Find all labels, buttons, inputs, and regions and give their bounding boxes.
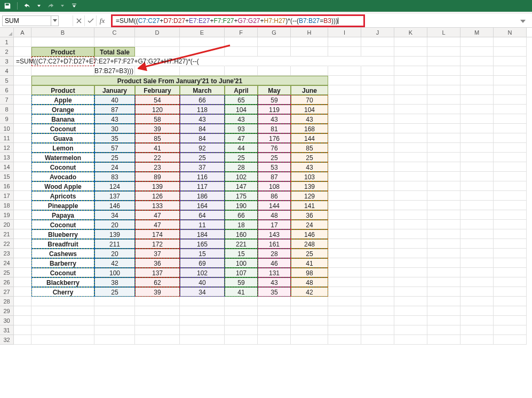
cell[interactable]: 81 bbox=[258, 124, 291, 133]
enter-formula-button[interactable] bbox=[84, 15, 96, 26]
cell[interactable] bbox=[460, 297, 494, 306]
cell[interactable] bbox=[494, 268, 527, 277]
cell[interactable] bbox=[135, 335, 180, 345]
cell[interactable]: 48 bbox=[291, 277, 328, 287]
cell[interactable]: 24 bbox=[291, 220, 328, 229]
cell[interactable]: 139 bbox=[291, 181, 328, 191]
cell[interactable] bbox=[427, 105, 460, 114]
col-header[interactable]: D bbox=[135, 28, 180, 37]
cell[interactable]: 25 bbox=[291, 249, 328, 258]
cell[interactable] bbox=[14, 76, 31, 85]
cell[interactable]: 146 bbox=[291, 229, 328, 239]
cell[interactable] bbox=[394, 316, 427, 325]
cell[interactable] bbox=[291, 325, 328, 335]
cell[interactable] bbox=[291, 47, 328, 57]
cell[interactable] bbox=[225, 66, 258, 76]
cell[interactable] bbox=[328, 66, 361, 76]
cell[interactable]: 25 bbox=[291, 153, 328, 162]
cell[interactable]: 57 bbox=[94, 143, 135, 153]
cell[interactable] bbox=[328, 297, 361, 306]
cell[interactable] bbox=[361, 57, 394, 66]
cell[interactable] bbox=[427, 95, 460, 105]
cell[interactable] bbox=[361, 105, 394, 114]
cell[interactable] bbox=[31, 335, 94, 345]
cell[interactable] bbox=[180, 37, 225, 47]
cell[interactable]: 108 bbox=[258, 181, 291, 191]
cell[interactable] bbox=[427, 249, 460, 258]
cell[interactable] bbox=[427, 268, 460, 277]
cell[interactable] bbox=[460, 76, 494, 85]
cell[interactable] bbox=[14, 335, 31, 345]
cell[interactable] bbox=[394, 162, 427, 172]
cell[interactable] bbox=[460, 210, 494, 220]
cell[interactable]: 87 bbox=[94, 105, 135, 114]
cell[interactable]: 43 bbox=[225, 114, 258, 124]
cell[interactable]: 54 bbox=[135, 95, 180, 105]
cell[interactable]: 62 bbox=[135, 277, 180, 287]
cell[interactable] bbox=[328, 268, 361, 277]
cell[interactable]: 102 bbox=[225, 172, 258, 181]
row-header[interactable]: 31 bbox=[0, 325, 14, 335]
cell[interactable] bbox=[460, 191, 494, 201]
cell[interactable]: Lemon bbox=[31, 143, 94, 153]
cell[interactable] bbox=[394, 124, 427, 133]
cell[interactable] bbox=[14, 210, 31, 220]
cell[interactable] bbox=[361, 181, 394, 191]
cell[interactable]: 58 bbox=[135, 114, 180, 124]
cell[interactable]: 25 bbox=[225, 153, 258, 162]
row-header[interactable]: 2 bbox=[0, 47, 14, 57]
row-header[interactable]: 32 bbox=[0, 335, 14, 345]
cell[interactable] bbox=[14, 124, 31, 133]
cell[interactable] bbox=[31, 66, 94, 76]
row-header[interactable]: 18 bbox=[0, 201, 14, 210]
cell[interactable]: 47 bbox=[135, 220, 180, 229]
cell[interactable] bbox=[460, 47, 494, 57]
cell[interactable] bbox=[460, 37, 494, 47]
cell[interactable]: 48 bbox=[258, 210, 291, 220]
cell[interactable] bbox=[460, 306, 494, 316]
cell[interactable] bbox=[31, 325, 94, 335]
cell[interactable]: 41 bbox=[135, 143, 180, 153]
cell[interactable] bbox=[494, 249, 527, 258]
cell[interactable]: 93 bbox=[225, 124, 258, 133]
cell[interactable]: Coconut bbox=[31, 268, 94, 277]
cell[interactable]: 25 bbox=[94, 153, 135, 162]
cell[interactable]: 37 bbox=[135, 249, 180, 258]
cell[interactable]: 38 bbox=[94, 277, 135, 287]
cell[interactable] bbox=[460, 95, 494, 105]
cell[interactable]: 30 bbox=[94, 124, 135, 133]
cell[interactable] bbox=[94, 37, 135, 47]
cell[interactable] bbox=[394, 277, 427, 287]
cell[interactable]: Apple bbox=[31, 95, 94, 105]
cell[interactable] bbox=[180, 66, 225, 76]
cell[interactable] bbox=[180, 325, 225, 335]
redo-button[interactable] bbox=[46, 2, 55, 10]
cell[interactable]: 43 bbox=[258, 277, 291, 287]
cell[interactable] bbox=[361, 114, 394, 124]
cell[interactable] bbox=[14, 287, 31, 297]
cell[interactable] bbox=[14, 316, 31, 325]
cell[interactable] bbox=[328, 201, 361, 210]
cell[interactable] bbox=[361, 210, 394, 220]
cell[interactable] bbox=[394, 47, 427, 57]
cell[interactable]: Coconut bbox=[31, 220, 94, 229]
cell[interactable] bbox=[361, 191, 394, 201]
cell[interactable] bbox=[494, 306, 527, 316]
cell[interactable] bbox=[94, 335, 135, 345]
undo-dropdown[interactable] bbox=[37, 2, 41, 10]
cell[interactable] bbox=[394, 191, 427, 201]
cell[interactable] bbox=[225, 306, 258, 316]
cell[interactable]: Product bbox=[31, 47, 94, 57]
cell[interactable]: 119 bbox=[258, 105, 291, 114]
cell[interactable] bbox=[460, 162, 494, 172]
cell[interactable] bbox=[14, 66, 31, 76]
cell[interactable] bbox=[94, 325, 135, 335]
cell[interactable]: 147 bbox=[225, 181, 258, 191]
cell[interactable] bbox=[427, 325, 460, 335]
cell[interactable]: 248 bbox=[291, 239, 328, 249]
cell[interactable] bbox=[328, 124, 361, 133]
cell[interactable]: Coconut bbox=[31, 124, 94, 133]
redo-dropdown[interactable] bbox=[60, 2, 65, 10]
cell[interactable] bbox=[328, 153, 361, 162]
row-header[interactable]: 30 bbox=[0, 316, 14, 325]
